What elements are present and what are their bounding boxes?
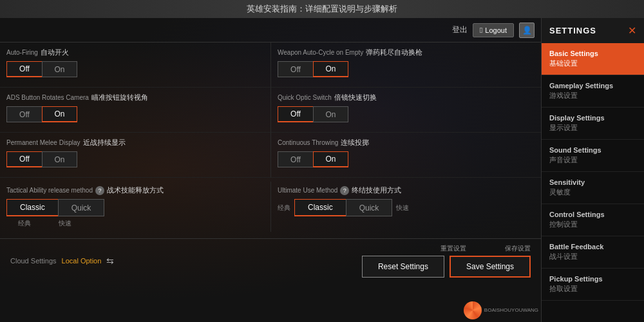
auto-firing-cell: Auto-Firing 自动开火 Off On (0, 43, 270, 88)
tactical-quick-btn[interactable]: Quick (58, 199, 105, 216)
sidebar-item-sound[interactable]: Sound Settings 声音设置 (542, 140, 644, 172)
sidebar-item-display-cn: 显示设置 (549, 123, 636, 133)
auto-firing-en: Auto-Firing (6, 49, 38, 56)
user-avatar: 👤 (519, 23, 535, 38)
sidebar-item-gameplay-cn: 游戏设置 (549, 91, 636, 100)
continuous-throwing-on-btn[interactable]: On (313, 151, 348, 167)
sidebar-item-gameplay-en: Gameplay Settings (549, 82, 636, 90)
ultimate-quick-cn: 快速 (396, 204, 409, 213)
sidebar: SETTINGS ✕ Basic Settings 基础设置 Gameplay … (541, 18, 644, 322)
weapon-autocycle-toggle: Off On (278, 61, 535, 77)
sidebar-item-basic-en: Basic Settings (549, 50, 636, 57)
sidebar-item-control[interactable]: Control Settings 控制设置 (542, 204, 644, 236)
auto-firing-label: Auto-Firing 自动开火 (6, 48, 264, 57)
save-button[interactable]: Save Settings (450, 256, 531, 278)
continuous-throwing-cn: 连续投掷 (341, 138, 369, 147)
ads-button-en: ADS Button Rotates Camera (6, 94, 89, 101)
ultimate-help-icon[interactable]: ? (340, 186, 349, 195)
sidebar-item-basic-settings[interactable]: Basic Settings 基础设置 (542, 43, 644, 75)
continuous-throwing-label: Continuous Throwing 连续投掷 (278, 138, 535, 147)
bottom-labels: 重置设置 保存设置 (440, 244, 531, 253)
auto-firing-cn: 自动开火 (41, 48, 69, 57)
logout-button[interactable]:  Logout (473, 23, 514, 37)
sidebar-item-sensitivity[interactable]: Sensitivity 灵敏度 (542, 172, 644, 204)
melee-off-btn[interactable]: Off (6, 151, 42, 167)
sidebar-item-basic-cn: 基础设置 (549, 59, 636, 68)
tactical-cell: Tactical Ability release method ? 战术技能释放… (0, 182, 270, 232)
logout-text: 登出 (452, 24, 468, 35)
sidebar-item-battle-cn: 战斗设置 (549, 252, 636, 261)
close-icon[interactable]: ✕ (628, 24, 636, 37)
sidebar-item-control-en: Control Settings (549, 211, 636, 218)
tactical-label: Tactical Ability release method ? 战术技能释放… (6, 185, 264, 195)
ultimate-cell: Ultimate Use Method ? 终结技使用方式 经典 Classic… (270, 182, 541, 232)
quick-optic-off-btn[interactable]: Off (278, 106, 313, 122)
auto-firing-on-btn[interactable]: On (42, 61, 77, 77)
sidebar-item-display[interactable]: Display Settings 显示设置 (542, 108, 644, 140)
logout-btn-label: Logout (485, 26, 507, 34)
melee-en: Permanent Melee Display (6, 139, 80, 146)
reset-label-cn: 重置设置 (440, 244, 466, 253)
watermark-flower (464, 301, 482, 319)
weapon-autocycle-on-btn[interactable]: On (313, 61, 348, 77)
ultimate-cn: 终结技使用方式 (352, 185, 401, 195)
quick-optic-cn: 倍镜快速切换 (334, 93, 377, 102)
ads-button-cn: 瞄准按钮旋转视角 (91, 93, 148, 102)
ultimate-classic-btn[interactable]: Classic (294, 199, 346, 216)
weapon-autocycle-label: Weapon Auto-Cycle on Empty 弹药耗尽自动换枪 (278, 48, 535, 57)
bottom-row: Cloud Settings Local Option ⇆ 重置设置 保存设置 … (0, 238, 541, 283)
sidebar-title: SETTINGS (549, 26, 596, 35)
bottom-right: 重置设置 保存设置 Reset Settings Save Settings (362, 244, 531, 278)
header-bar: 登出  Logout 👤 (0, 18, 541, 43)
continuous-throwing-cell: Continuous Throwing 连续投掷 Off On (270, 133, 541, 178)
setting-row-1: Auto-Firing 自动开火 Off On Weapon Auto-Cycl… (0, 43, 541, 88)
weapon-autocycle-en: Weapon Auto-Cycle on Empty (278, 49, 363, 56)
sidebar-item-sensitivity-cn: 灵敏度 (549, 187, 636, 197)
sidebar-item-gameplay[interactable]: Gameplay Settings 游戏设置 (542, 75, 644, 108)
ads-on-btn[interactable]: On (42, 106, 77, 122)
sidebar-item-sensitivity-en: Sensitivity (549, 178, 636, 186)
weapon-autocycle-cn: 弹药耗尽自动换枪 (366, 48, 422, 57)
bottom-buttons: Reset Settings Save Settings (362, 256, 531, 278)
watermark: BOAISHOUYOUWANG (464, 301, 538, 319)
continuous-throwing-off-btn[interactable]: Off (278, 151, 313, 167)
ads-off-btn[interactable]: Off (6, 106, 42, 122)
auto-firing-off-btn[interactable]: Off (6, 61, 42, 77)
melee-on-btn[interactable]: On (42, 151, 77, 167)
tactical-method-labels: 经典 快速 (6, 219, 264, 228)
tactical-cn: 战术技能释放方式 (107, 185, 164, 195)
continuous-throwing-toggle: Off On (278, 151, 535, 167)
reset-button[interactable]: Reset Settings (362, 256, 444, 278)
ultimate-en: Ultimate Use Method (278, 187, 337, 194)
sidebar-header: SETTINGS ✕ (542, 18, 644, 43)
quick-optic-label: Quick Optic Switch 倍镜快速切换 (278, 93, 535, 102)
tactical-row: Tactical Ability release method ? 战术技能释放… (0, 178, 541, 236)
tactical-en: Tactical Ability release method (6, 187, 93, 194)
sidebar-item-pickup-en: Pickup Settings (549, 275, 636, 283)
tactical-help-icon[interactable]: ? (95, 186, 104, 195)
ultimate-prefix-cn: 经典 (278, 204, 290, 213)
continuous-throwing-en: Continuous Throwing (278, 139, 338, 146)
ads-button-cell: ADS Button Rotates Camera 瞄准按钮旋转视角 Off O… (0, 88, 270, 133)
auto-firing-toggle: Off On (6, 61, 264, 77)
logout-section: 登出  Logout 👤 (452, 23, 535, 38)
ultimate-quick-btn[interactable]: Quick (346, 199, 393, 216)
apple-icon:  (480, 26, 482, 35)
quick-optic-on-btn[interactable]: On (313, 106, 348, 122)
ultimate-inline: 经典 Classic Quick 快速 (278, 199, 535, 216)
melee-cell: Permanent Melee Display 近战持续显示 Off On (0, 133, 270, 178)
sliders-icon[interactable]: ⇆ (106, 256, 114, 266)
sidebar-item-pickup[interactable]: Pickup Settings 拾取设置 (542, 269, 644, 301)
tactical-method-group: Classic Quick (6, 199, 264, 216)
local-option[interactable]: Local Option (62, 257, 102, 265)
banner-text: 英雄安装指南：详细配置说明与步骤解析 (247, 3, 397, 15)
melee-label: Permanent Melee Display 近战持续显示 (6, 138, 264, 147)
setting-row-2: ADS Button Rotates Camera 瞄准按钮旋转视角 Off O… (0, 88, 541, 133)
tactical-classic-cn: 经典 (6, 219, 42, 228)
weapon-autocycle-off-btn[interactable]: Off (278, 61, 313, 77)
tactical-classic-btn[interactable]: Classic (6, 199, 58, 216)
sidebar-item-pickup-cn: 拾取设置 (549, 284, 636, 294)
sidebar-item-display-en: Display Settings (549, 114, 636, 122)
sidebar-item-battle[interactable]: Battle Feedback 战斗设置 (542, 236, 644, 269)
ads-button-label: ADS Button Rotates Camera 瞄准按钮旋转视角 (6, 93, 264, 102)
